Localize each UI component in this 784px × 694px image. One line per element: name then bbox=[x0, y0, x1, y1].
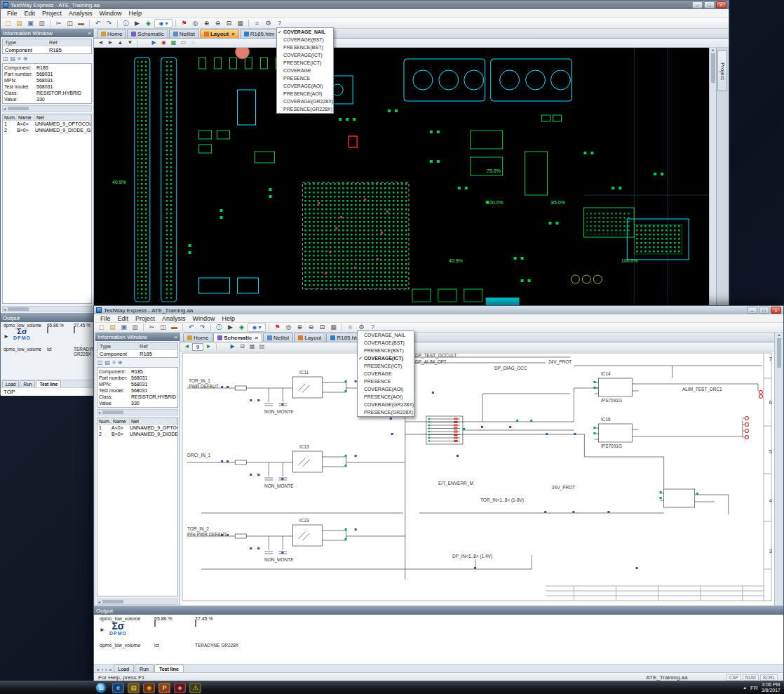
list-icon[interactable]: ≡ bbox=[112, 359, 116, 366]
grid-icon[interactable]: ▦ bbox=[328, 323, 339, 332]
save-icon[interactable]: ▣ bbox=[119, 323, 129, 332]
save-icon[interactable]: ▣ bbox=[25, 19, 36, 28]
layers-icon[interactable]: ≡ bbox=[252, 19, 262, 28]
close-button[interactable]: × bbox=[716, 1, 726, 8]
document-tab[interactable]: Schematic × bbox=[127, 29, 168, 38]
maximize-button[interactable]: □ bbox=[759, 307, 769, 314]
firefox-icon[interactable]: ◉ bbox=[143, 683, 155, 693]
page-number-field[interactable]: 9 bbox=[192, 343, 203, 351]
highlight-icon[interactable]: ◉ bbox=[159, 39, 168, 47]
target-icon[interactable]: ◎ bbox=[283, 323, 294, 332]
coverage-option[interactable]: ✓ COVERAGE(GR228X) bbox=[277, 98, 333, 105]
fields-horizontal-scrollbar[interactable]: ◄ bbox=[2, 105, 92, 112]
schematic-canvas[interactable]: TOR_IN_1PWR DEFAUTDRCI_IN_1TOR_IN_2PFe P… bbox=[180, 352, 774, 606]
prev-tab-icon[interactable]: ‹ bbox=[101, 667, 104, 672]
layers-icon[interactable]: ≡ bbox=[345, 323, 356, 332]
internet-explorer-icon[interactable]: e bbox=[112, 683, 124, 693]
open-icon[interactable]: ▤ bbox=[14, 19, 25, 28]
output-tab[interactable]: Run bbox=[135, 665, 154, 672]
net-horizontal-scrollbar[interactable]: ◄ bbox=[2, 306, 92, 312]
output-tab[interactable]: Load bbox=[114, 665, 135, 672]
clock[interactable]: 3:06 PM 3/8/2017 bbox=[762, 682, 780, 693]
open-icon[interactable]: ▤ bbox=[11, 55, 16, 62]
zoom-fit-icon[interactable]: ⊡ bbox=[317, 323, 327, 332]
menu-item[interactable]: Help bbox=[219, 315, 239, 322]
coverage-option[interactable]: ✓ PRESENCE(AOI) bbox=[358, 393, 414, 401]
menu-item[interactable]: Window bbox=[96, 10, 126, 17]
ict-machine-icon[interactable] bbox=[154, 620, 156, 627]
tab-close-icon[interactable]: × bbox=[231, 31, 235, 37]
coverage-option[interactable]: ✓ PRESENCE(AOI) bbox=[277, 90, 333, 98]
coverage-option[interactable]: ✓ COVERAGE_NAIL bbox=[277, 28, 333, 36]
menu-item[interactable]: Project bbox=[132, 315, 158, 322]
pan-up-icon[interactable]: ▲ bbox=[116, 39, 125, 47]
cut-icon[interactable]: ✂ bbox=[53, 19, 64, 28]
minimize-button[interactable]: – bbox=[692, 1, 703, 8]
copy-icon[interactable]: ◫ bbox=[65, 19, 75, 28]
net-table-row[interactable]: 1 A<0> UNNAMED_9_OPTOCOUPL bbox=[3, 121, 91, 127]
media-player-icon[interactable]: ◈ bbox=[174, 683, 186, 693]
dpmo-logo[interactable]: Σσ DPMO bbox=[13, 328, 31, 340]
cut-icon[interactable]: ✂ bbox=[147, 323, 157, 332]
coverage-option[interactable]: ✓ PRESENCE bbox=[277, 74, 333, 82]
document-tab[interactable]: Schematic × bbox=[213, 333, 262, 342]
pointer-icon[interactable]: ▶ bbox=[132, 19, 142, 28]
coverage-option[interactable]: ✓ COVERAGE bbox=[277, 67, 333, 74]
undo-icon[interactable]: ↶ bbox=[93, 19, 103, 28]
grid-icon[interactable]: ▦ bbox=[235, 19, 245, 28]
back-page-icon[interactable]: ◄ bbox=[182, 343, 191, 351]
zoom-out-icon[interactable]: ⊖ bbox=[306, 323, 316, 332]
pan-right-icon[interactable]: ► bbox=[106, 39, 115, 47]
document-tab[interactable]: Home × bbox=[97, 29, 126, 38]
document-tab[interactable]: Layout × bbox=[200, 29, 239, 38]
paste-icon[interactable]: ▬ bbox=[76, 19, 86, 28]
output-tab[interactable]: Test line bbox=[36, 380, 61, 387]
select-icon[interactable]: ▶ bbox=[149, 39, 158, 47]
zoom-fit-icon[interactable]: ⊡ bbox=[224, 19, 234, 28]
menu-item[interactable]: Project bbox=[39, 10, 65, 17]
document-tab[interactable]: Layout × bbox=[294, 333, 325, 342]
net-horizontal-scrollbar[interactable]: ◄ bbox=[97, 599, 178, 605]
coverage-option[interactable]: ✓ COVERAGE(GR228X) bbox=[358, 401, 414, 408]
document-tab[interactable]: Netlist × bbox=[169, 29, 199, 38]
document-tab[interactable]: Home × bbox=[183, 333, 212, 342]
document-tab[interactable]: Netlist × bbox=[263, 333, 293, 342]
zoom-region-icon[interactable]: ⊡ bbox=[238, 343, 247, 351]
ref-value[interactable]: R185 bbox=[137, 351, 177, 357]
tab-close-icon[interactable]: × bbox=[255, 335, 258, 341]
coverage-option[interactable]: ✓ COVERAGE(AOI) bbox=[277, 82, 333, 90]
target-icon[interactable]: ◎ bbox=[190, 19, 201, 28]
sheet-icon[interactable]: ▤ bbox=[257, 343, 266, 351]
back-title-bar[interactable]: TestWay Express - ATE_Training.aa – □ × bbox=[1, 1, 729, 9]
teradyne-machine-icon[interactable] bbox=[74, 327, 75, 333]
close-panel-icon[interactable]: × bbox=[174, 334, 177, 340]
paste-icon[interactable]: ▬ bbox=[169, 323, 180, 332]
coverage-selector[interactable]: ◉ ▾ bbox=[248, 323, 266, 332]
net-table-row[interactable]: 2 B<0> UNNAMED_9_DIODE_I16_K bbox=[97, 431, 177, 437]
output-tab[interactable]: Load bbox=[2, 380, 19, 387]
new-doc-icon[interactable]: ▢ bbox=[3, 19, 13, 28]
print-icon[interactable]: ▥ bbox=[130, 323, 140, 332]
open-icon[interactable]: ▤ bbox=[105, 359, 111, 366]
warning-tool-icon[interactable]: ⚠ bbox=[189, 683, 201, 693]
first-tab-icon[interactable]: « bbox=[96, 667, 100, 672]
coverage-selector[interactable]: ◉ ▾ bbox=[154, 19, 173, 28]
add-icon[interactable]: ⊕ bbox=[118, 359, 123, 366]
flag-icon[interactable]: ⚑ bbox=[179, 19, 189, 28]
pcb-vertical-scrollbar[interactable]: ▲ bbox=[709, 48, 716, 313]
flag-icon[interactable]: ⚑ bbox=[272, 323, 283, 332]
add-icon[interactable]: ⊕ bbox=[23, 55, 28, 62]
info-icon[interactable]: ⓘ bbox=[121, 19, 131, 28]
layers-icon[interactable]: ▦ bbox=[169, 39, 178, 47]
coverage-option[interactable]: ✓ PRESENCE(GR228X) bbox=[277, 105, 333, 113]
powerpoint-icon[interactable]: P bbox=[158, 683, 170, 693]
close-button[interactable]: × bbox=[771, 307, 781, 314]
help-icon[interactable]: ? bbox=[274, 19, 285, 28]
windows-explorer-icon[interactable]: ▤ bbox=[128, 683, 140, 693]
menu-item[interactable]: Edit bbox=[21, 10, 39, 17]
select-icon[interactable]: ▶ bbox=[228, 343, 237, 351]
print-icon[interactable]: ▥ bbox=[36, 19, 47, 28]
coverage-option[interactable]: ✓ PRESENCE(GR228X) bbox=[358, 408, 414, 416]
forward-page-icon[interactable]: ► bbox=[204, 343, 213, 351]
coverage-option[interactable]: ✓ COVERAGE(AOI) bbox=[358, 385, 414, 393]
